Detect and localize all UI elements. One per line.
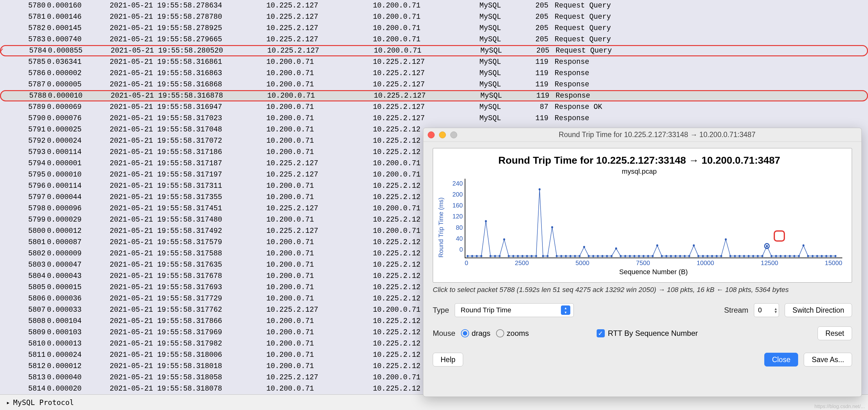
help-button[interactable]: Help bbox=[433, 353, 463, 367]
cell-time: 0.000009 bbox=[47, 249, 110, 258]
svg-point-7 bbox=[499, 255, 500, 257]
cell-date: 2021-05-21 19:55:58.318006 bbox=[110, 351, 266, 359]
packet-row[interactable]: 57850.0363412021-05-21 19:55:58.31686110… bbox=[0, 56, 868, 68]
mouse-zooms-radio[interactable]: zooms bbox=[496, 329, 529, 338]
rtt-by-seq-checkbox[interactable]: ✓ RTT By Sequence Number bbox=[597, 329, 698, 338]
cell-date: 2021-05-21 19:55:58.317451 bbox=[110, 204, 266, 212]
reset-button[interactable]: Reset bbox=[817, 327, 852, 340]
svg-point-64 bbox=[757, 255, 758, 257]
svg-point-49 bbox=[688, 255, 690, 257]
packet-row[interactable]: 57860.0000022021-05-21 19:55:58.31686310… bbox=[0, 68, 868, 79]
svg-point-76 bbox=[812, 255, 813, 257]
cell-info: Response OK bbox=[555, 103, 868, 111]
cell-date: 2021-05-21 19:55:58.317762 bbox=[110, 306, 266, 314]
packet-row[interactable]: 57810.0001462021-05-21 19:55:58.27878010… bbox=[0, 11, 868, 23]
cell-len: 119 bbox=[530, 58, 555, 66]
cell-src: 10.200.0.71 bbox=[266, 69, 373, 77]
cell-date: 2021-05-21 19:55:58.317480 bbox=[110, 216, 266, 224]
cell-src: 10.200.0.71 bbox=[266, 328, 373, 337]
svg-point-3 bbox=[480, 255, 482, 257]
watermark: https://blog.csdn.net/... bbox=[814, 404, 865, 409]
packet-row[interactable]: 57830.0007402021-05-21 19:55:58.27966510… bbox=[0, 34, 868, 45]
cell-proto: MySQL bbox=[479, 114, 530, 123]
cell-len: 119 bbox=[530, 92, 556, 100]
cell-date: 2021-05-21 19:55:58.317982 bbox=[110, 340, 266, 348]
cell-no: 5790 bbox=[0, 114, 47, 123]
cell-time: 0.000043 bbox=[47, 272, 110, 280]
cell-src: 10.225.2.127 bbox=[266, 35, 373, 43]
packet-row[interactable]: 57800.0001602021-05-21 19:55:58.27863410… bbox=[0, 0, 868, 11]
svg-point-66 bbox=[766, 245, 768, 247]
cell-date: 2021-05-21 19:55:58.317579 bbox=[110, 238, 266, 246]
svg-point-24 bbox=[574, 255, 576, 257]
expand-triangle-icon[interactable]: ▸ bbox=[6, 399, 10, 406]
packet-row[interactable]: 57840.0008552021-05-21 19:55:58.28052010… bbox=[0, 45, 868, 56]
cell-date: 2021-05-21 19:55:58.317048 bbox=[110, 126, 266, 134]
close-button[interactable]: Close bbox=[764, 353, 799, 367]
svg-point-13 bbox=[526, 255, 528, 257]
cell-date: 2021-05-21 19:55:58.316868 bbox=[110, 80, 266, 89]
packet-row[interactable]: 57820.0001452021-05-21 19:55:58.27892510… bbox=[0, 23, 868, 34]
packet-row[interactable]: 57870.0000052021-05-21 19:55:58.31686810… bbox=[0, 79, 868, 90]
radio-checked-icon bbox=[461, 329, 469, 337]
cell-src: 10.200.0.71 bbox=[266, 103, 373, 111]
cell-time: 0.000104 bbox=[47, 317, 110, 325]
cell-src: 10.225.2.127 bbox=[266, 159, 373, 167]
stream-spinner[interactable]: 0 ▴▾ bbox=[754, 303, 779, 317]
cell-info: Request Query bbox=[555, 35, 868, 43]
cell-time: 0.000036 bbox=[47, 295, 110, 303]
close-window-icon[interactable] bbox=[428, 132, 435, 138]
mouse-drags-radio[interactable]: drags bbox=[461, 329, 490, 338]
svg-point-73 bbox=[798, 255, 800, 257]
cell-proto: MySQL bbox=[480, 92, 530, 100]
cell-no: 5785 bbox=[0, 58, 47, 66]
cell-no: 5813 bbox=[0, 373, 47, 381]
cell-no: 5793 bbox=[0, 148, 47, 156]
packet-row[interactable]: 57890.0000692021-05-21 19:55:58.31694710… bbox=[0, 101, 868, 113]
cell-no: 5802 bbox=[0, 249, 47, 258]
type-label: Type bbox=[433, 306, 449, 314]
cell-src: 10.225.2.127 bbox=[266, 204, 373, 212]
type-combo[interactable]: Round Trip Time ▴▾ bbox=[455, 303, 574, 317]
svg-point-32 bbox=[611, 255, 612, 257]
stream-label: Stream bbox=[724, 306, 748, 314]
svg-point-33 bbox=[615, 247, 617, 249]
cell-date: 2021-05-21 19:55:58.317866 bbox=[110, 317, 266, 325]
cell-date: 2021-05-21 19:55:58.317635 bbox=[110, 261, 266, 269]
packet-row[interactable]: 57880.0000102021-05-21 19:55:58.31687810… bbox=[0, 90, 868, 101]
svg-point-9 bbox=[508, 255, 509, 257]
cell-proto: MySQL bbox=[479, 69, 530, 77]
chart-plot[interactable] bbox=[465, 179, 842, 258]
cell-time: 0.000024 bbox=[47, 351, 110, 359]
chart-area[interactable]: Round Trip Time for 10.225.2.127:33148 →… bbox=[433, 148, 852, 283]
svg-point-22 bbox=[565, 255, 567, 257]
cell-dst: 10.200.0.71 bbox=[373, 13, 479, 21]
switch-direction-button[interactable]: Switch Direction bbox=[785, 303, 852, 317]
cell-no: 5812 bbox=[0, 362, 47, 370]
save-as-button[interactable]: Save As... bbox=[804, 353, 852, 367]
cell-no: 5801 bbox=[0, 238, 47, 246]
cell-info: Request Query bbox=[556, 47, 867, 55]
svg-point-72 bbox=[794, 255, 795, 257]
cell-src: 10.225.2.127 bbox=[266, 373, 373, 381]
minimize-window-icon[interactable] bbox=[439, 132, 446, 138]
svg-point-10 bbox=[512, 255, 514, 257]
rtt-graph-dialog: Round Trip Time for 10.225.2.127:33148 →… bbox=[423, 128, 862, 397]
svg-point-5 bbox=[490, 255, 491, 257]
cell-src: 10.200.0.71 bbox=[266, 114, 373, 123]
chart-title: Round Trip Time for 10.225.2.127:33148 →… bbox=[436, 155, 842, 166]
svg-point-1 bbox=[471, 255, 473, 257]
cell-date: 2021-05-21 19:55:58.318058 bbox=[110, 373, 266, 381]
cell-date: 2021-05-21 19:55:58.317072 bbox=[110, 137, 266, 145]
cell-time: 0.036341 bbox=[47, 58, 110, 66]
cell-len: 119 bbox=[530, 114, 555, 123]
cell-src: 10.200.0.71 bbox=[266, 137, 373, 145]
cell-date: 2021-05-21 19:55:58.279665 bbox=[110, 35, 266, 43]
packet-row[interactable]: 57900.0000762021-05-21 19:55:58.31702310… bbox=[0, 113, 868, 124]
svg-point-57 bbox=[725, 238, 727, 240]
cell-date: 2021-05-21 19:55:58.278634 bbox=[110, 2, 266, 10]
cell-time: 0.000160 bbox=[47, 2, 110, 10]
cell-time: 0.000002 bbox=[47, 69, 110, 77]
cell-no: 5784 bbox=[1, 47, 48, 55]
zoom-window-icon[interactable] bbox=[450, 132, 457, 138]
